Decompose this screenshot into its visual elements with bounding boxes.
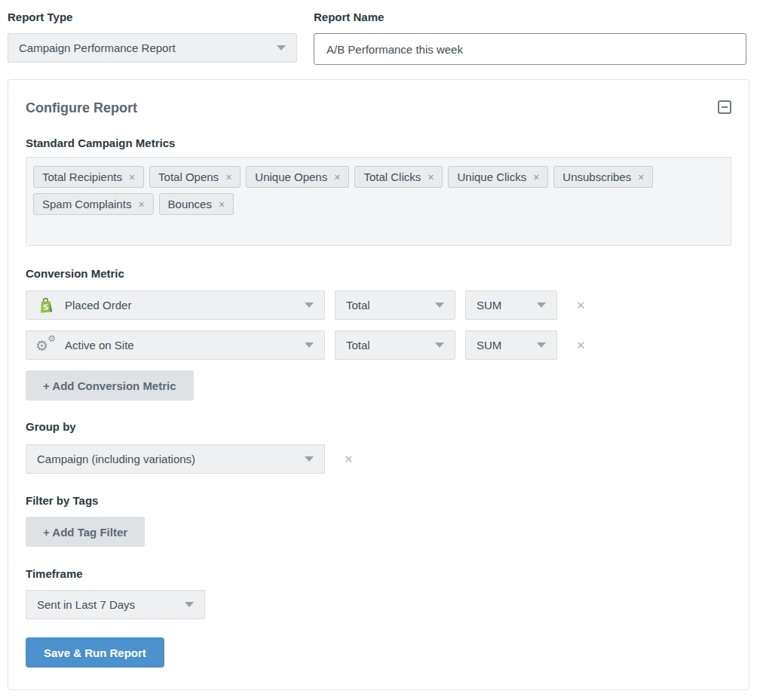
- metric-tag: Total Clicks ×: [354, 166, 443, 188]
- conversion-metric-value: Active on Site: [65, 339, 296, 352]
- function-select[interactable]: SUM: [465, 290, 557, 320]
- group-by-select[interactable]: Campaign (including variations): [26, 444, 325, 474]
- function-value: SUM: [477, 299, 501, 312]
- group-by-row: Campaign (including variations) ✕: [26, 444, 731, 474]
- chevron-down-icon: [305, 456, 314, 462]
- standard-metrics-label: Standard Campaign Metrics: [26, 137, 731, 149]
- chevron-down-icon: [537, 342, 546, 348]
- metric-tag: Spam Complaints ×: [33, 193, 154, 215]
- conversion-metric-label: Conversion Metric: [26, 267, 731, 280]
- metric-tag-label: Total Recipients: [42, 170, 122, 183]
- metric-tag-label: Unique Opens: [255, 170, 327, 183]
- remove-tag-icon[interactable]: ×: [334, 172, 340, 183]
- conversion-metric-select[interactable]: ⚙ ⚙ Active on Site: [26, 330, 325, 360]
- conversion-metric-value: Placed Order: [65, 299, 296, 312]
- remove-tag-icon[interactable]: ×: [225, 172, 231, 183]
- group-by-label: Group by: [26, 420, 731, 433]
- report-name-label: Report Name: [314, 11, 746, 23]
- function-select[interactable]: SUM: [465, 330, 557, 360]
- metric-tag-label: Unique Clicks: [457, 170, 526, 183]
- remove-group-by-icon[interactable]: ✕: [344, 453, 354, 466]
- configure-report-title: Configure Report: [26, 100, 137, 116]
- gears-icon: ⚙ ⚙: [37, 336, 55, 355]
- metric-tag-label: Total Opens: [158, 170, 219, 183]
- metric-tag-label: Bounces: [168, 198, 212, 210]
- timeframe-select[interactable]: Sent in Last 7 Days: [26, 590, 205, 619]
- add-conversion-metric-button[interactable]: + Add Conversion Metric: [26, 370, 194, 401]
- conversion-row: S Placed Order Total SUM ✕: [26, 290, 731, 320]
- aggregation-select[interactable]: Total: [335, 290, 455, 320]
- standard-metrics-box[interactable]: Total Recipients × Total Opens × Unique …: [26, 157, 731, 246]
- report-type-select[interactable]: Campaign Performance Report: [8, 33, 297, 63]
- metric-tag: Total Recipients ×: [33, 166, 144, 188]
- metric-tag: Bounces ×: [159, 193, 234, 215]
- minus-icon: [722, 106, 728, 108]
- aggregation-value: Total: [346, 339, 370, 352]
- metric-tag-label: Total Clicks: [363, 170, 421, 183]
- add-tag-filter-button[interactable]: + Add Tag Filter: [26, 517, 145, 547]
- report-type-value: Campaign Performance Report: [19, 41, 176, 54]
- timeframe-label: Timeframe: [26, 567, 731, 580]
- remove-tag-icon[interactable]: ×: [129, 172, 135, 183]
- chevron-down-icon: [305, 302, 314, 308]
- metric-tag: Unique Opens ×: [246, 166, 349, 188]
- group-by-value: Campaign (including variations): [37, 453, 195, 465]
- metric-tag-label: Spam Complaints: [42, 198, 131, 210]
- function-value: SUM: [477, 339, 501, 352]
- remove-conversion-row-icon[interactable]: ✕: [576, 299, 586, 312]
- remove-tag-icon[interactable]: ×: [638, 172, 644, 183]
- shopify-icon: S: [37, 296, 55, 315]
- remove-tag-icon[interactable]: ×: [533, 172, 539, 183]
- conversion-metric-select[interactable]: S Placed Order: [26, 290, 325, 320]
- remove-tag-icon[interactable]: ×: [428, 172, 434, 183]
- chevron-down-icon: [435, 302, 444, 308]
- remove-tag-icon[interactable]: ×: [138, 199, 144, 210]
- remove-tag-icon[interactable]: ×: [219, 199, 225, 210]
- aggregation-select[interactable]: Total: [335, 330, 455, 360]
- report-type-label: Report Type: [8, 11, 297, 23]
- chevron-down-icon: [305, 342, 314, 348]
- report-header-row: Report Type Campaign Performance Report …: [0, 0, 757, 65]
- chevron-down-icon: [537, 302, 546, 308]
- report-name-input[interactable]: [314, 33, 746, 65]
- aggregation-value: Total: [346, 299, 370, 312]
- metric-tag: Unique Clicks ×: [448, 166, 548, 188]
- save-run-report-button[interactable]: Save & Run Report: [26, 637, 164, 668]
- metric-tag: Total Opens ×: [149, 166, 241, 188]
- chevron-down-icon: [277, 45, 286, 51]
- collapse-panel-button[interactable]: [718, 100, 731, 114]
- configure-report-card: Configure Report Standard Campaign Metri…: [8, 79, 749, 690]
- metric-tag-label: Unsubscribes: [562, 170, 631, 183]
- remove-conversion-row-icon[interactable]: ✕: [576, 339, 586, 352]
- svg-text:S: S: [43, 302, 49, 312]
- chevron-down-icon: [185, 602, 194, 607]
- chevron-down-icon: [435, 342, 444, 348]
- metric-tag: Unsubscribes ×: [553, 166, 653, 188]
- timeframe-value: Sent in Last 7 Days: [37, 598, 135, 611]
- conversion-row: ⚙ ⚙ Active on Site Total SUM ✕: [26, 330, 731, 360]
- filter-by-tags-label: Filter by Tags: [26, 494, 731, 507]
